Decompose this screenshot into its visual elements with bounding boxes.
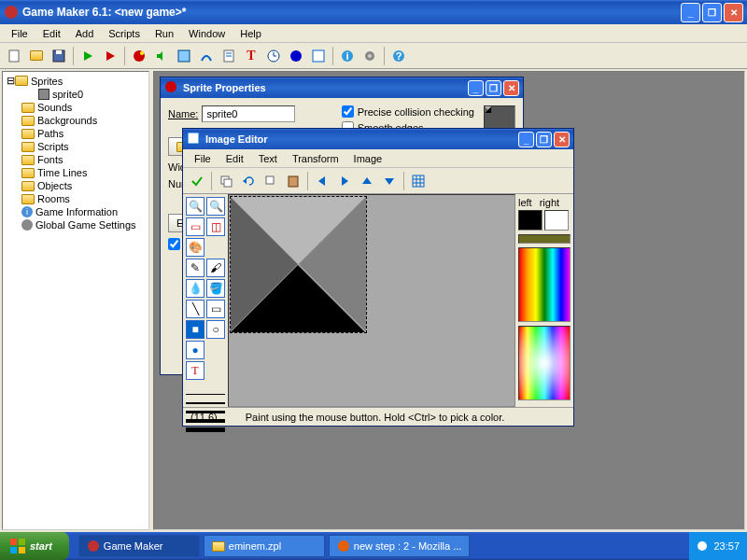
ie-menu-transform[interactable]: Transform xyxy=(285,151,346,166)
system-tray[interactable]: 23:57 xyxy=(689,532,747,560)
help-button[interactable]: ? xyxy=(388,46,409,66)
ie-cut-button[interactable] xyxy=(261,171,281,191)
run-debug-button[interactable] xyxy=(100,46,120,66)
status-hint: Paint using the mouse button. Hold <Ctrl… xyxy=(246,412,505,423)
save-button[interactable] xyxy=(49,46,69,66)
tree-sprite0[interactable]: sprite0 xyxy=(5,88,147,101)
left-color[interactable] xyxy=(518,210,543,231)
ie-titlebar[interactable]: Image Editor _ ❐ ✕ xyxy=(183,129,573,149)
menu-run[interactable]: Run xyxy=(148,26,181,41)
svg-rect-34 xyxy=(413,175,424,187)
start-button[interactable]: start xyxy=(0,532,69,560)
menu-window[interactable]: Window xyxy=(181,26,233,41)
ie-canvas[interactable] xyxy=(228,194,515,407)
zoom-in-tool[interactable]: 🔍 xyxy=(186,197,204,216)
sp-close-button[interactable]: ✕ xyxy=(503,80,519,96)
ie-up-arrow-button[interactable] xyxy=(357,171,377,191)
color-palette[interactable] xyxy=(518,247,571,322)
run-button[interactable] xyxy=(78,46,98,66)
sprite-props-icon xyxy=(164,80,179,95)
tree-sounds[interactable]: Sounds xyxy=(5,101,147,114)
eyedropper-tool[interactable]: 💧 xyxy=(186,279,204,298)
folder-icon xyxy=(21,168,35,178)
right-color[interactable] xyxy=(544,210,569,231)
task-eminem[interactable]: eminem.zpl xyxy=(204,535,325,557)
fill-tool[interactable]: 🪣 xyxy=(206,279,225,298)
tree-scripts[interactable]: Scripts xyxy=(5,140,147,153)
add-script-button[interactable] xyxy=(218,46,239,66)
ellipse-fill-tool[interactable]: ● xyxy=(186,341,204,359)
menu-edit[interactable]: Edit xyxy=(35,26,68,41)
maximize-button[interactable]: ❐ xyxy=(702,3,722,22)
select-all-tool[interactable]: ◫ xyxy=(206,217,225,236)
line-tool[interactable]: ╲ xyxy=(186,300,204,318)
tree-timelines[interactable]: Time Lines xyxy=(5,166,147,179)
tree-sprites[interactable]: ⊟Sprites xyxy=(5,74,147,88)
select-tool[interactable]: ▭ xyxy=(186,217,204,236)
zoom-out-tool[interactable]: 🔍 xyxy=(206,197,225,216)
ellipse-outline-tool[interactable]: ○ xyxy=(206,320,225,339)
tree-backgrounds[interactable]: Backgrounds xyxy=(5,114,147,127)
sp-minimize-button[interactable]: _ xyxy=(468,80,484,96)
tree-objects[interactable]: Objects xyxy=(5,179,147,192)
add-room-button[interactable] xyxy=(308,46,329,66)
ie-copy-button[interactable] xyxy=(216,171,236,191)
collapse-icon[interactable]: ⊟ xyxy=(7,75,15,87)
ie-paste-button[interactable] xyxy=(283,171,303,191)
game-info-button[interactable]: i xyxy=(337,46,358,66)
task-gamemaker[interactable]: Game Maker xyxy=(78,535,200,557)
minimize-button[interactable]: _ xyxy=(681,3,700,22)
ie-menu-file[interactable]: File xyxy=(187,151,218,166)
precise-checkbox[interactable] xyxy=(342,105,354,118)
tray-icon[interactable] xyxy=(697,540,708,552)
sprite-pixels[interactable] xyxy=(231,197,366,332)
add-object-button[interactable] xyxy=(286,46,306,66)
palette-tool[interactable]: 🎨 xyxy=(186,238,204,257)
color-gradient[interactable] xyxy=(518,326,571,400)
menu-scripts[interactable]: Scripts xyxy=(101,26,148,41)
add-timeline-button[interactable] xyxy=(263,46,284,66)
task-mozilla[interactable]: new step : 2 - Mozilla ... xyxy=(329,535,471,557)
menu-add[interactable]: Add xyxy=(68,26,102,41)
brush-tool[interactable]: 🖌 xyxy=(206,259,225,277)
resource-tree[interactable]: ⊟Sprites sprite0 Sounds Backgrounds Path… xyxy=(2,71,149,530)
open-button[interactable] xyxy=(26,46,47,66)
ie-minimize-button[interactable]: _ xyxy=(518,132,534,147)
rect-fill-tool[interactable]: ■ xyxy=(186,320,204,339)
name-input[interactable] xyxy=(202,105,295,122)
sprite-props-titlebar[interactable]: Sprite Properties _ ❐ ✕ xyxy=(161,77,523,98)
menu-file[interactable]: File xyxy=(4,26,35,41)
add-background-button[interactable] xyxy=(174,46,194,66)
tree-fonts[interactable]: Fonts xyxy=(5,153,147,166)
transparent-checkbox[interactable] xyxy=(168,238,180,250)
tree-rooms[interactable]: Rooms xyxy=(5,192,147,205)
tree-gameinfo[interactable]: iGame Information xyxy=(5,205,147,218)
ie-accept-button[interactable] xyxy=(187,171,207,191)
ie-undo-button[interactable] xyxy=(238,171,259,191)
tree-paths[interactable]: Paths xyxy=(5,127,147,140)
ie-menu-image[interactable]: Image xyxy=(346,151,390,166)
cursor-position: (11,6) xyxy=(190,412,218,423)
ie-grid-button[interactable] xyxy=(408,171,429,191)
ie-right-arrow-button[interactable] xyxy=(334,171,355,191)
rect-outline-tool[interactable]: ▭ xyxy=(206,300,225,318)
ie-maximize-button[interactable]: ❐ xyxy=(536,132,552,147)
ie-close-button[interactable]: ✕ xyxy=(554,132,570,147)
add-path-button[interactable] xyxy=(196,46,217,66)
ie-down-arrow-button[interactable] xyxy=(379,171,400,191)
add-font-button[interactable]: T xyxy=(241,46,261,66)
ie-menu-text[interactable]: Text xyxy=(251,151,285,166)
sp-maximize-button[interactable]: ❐ xyxy=(486,80,501,96)
settings-button[interactable] xyxy=(359,46,380,66)
svg-point-43 xyxy=(88,540,99,552)
pencil-tool[interactable]: ✎ xyxy=(186,259,204,277)
tree-settings[interactable]: Global Game Settings xyxy=(5,218,147,231)
add-sound-button[interactable] xyxy=(151,46,172,66)
add-sprite-button[interactable] xyxy=(129,46,149,66)
close-button[interactable]: ✕ xyxy=(724,3,743,22)
new-button[interactable] xyxy=(4,46,24,66)
ie-left-arrow-button[interactable] xyxy=(312,171,332,191)
ie-menu-edit[interactable]: Edit xyxy=(218,151,251,166)
text-tool[interactable]: T xyxy=(186,361,204,380)
menu-help[interactable]: Help xyxy=(233,26,269,41)
